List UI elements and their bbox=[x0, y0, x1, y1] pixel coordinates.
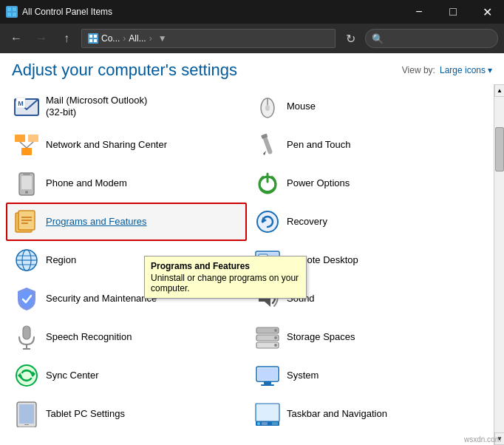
pen-icon bbox=[254, 132, 281, 158]
sync-icon bbox=[13, 362, 40, 389]
title-bar-left: All Control Panel Items bbox=[6, 6, 112, 18]
svg-point-34 bbox=[257, 211, 278, 232]
svg-marker-21 bbox=[263, 151, 266, 155]
path-dropdown-button[interactable]: ▼ bbox=[155, 28, 170, 49]
refresh-button[interactable]: ↻ bbox=[340, 28, 361, 49]
page-title: Adjust your computer's settings bbox=[12, 61, 237, 80]
taskbar-label: Taskbar and Navigation bbox=[287, 408, 387, 420]
list-item[interactable]: Speech Recognition bbox=[6, 318, 247, 356]
list-item[interactable]: Pen and Touch bbox=[247, 126, 488, 164]
pen-label: Pen and Touch bbox=[287, 139, 351, 151]
system-icon bbox=[254, 362, 281, 389]
list-item[interactable]: PC Remote Desktop bbox=[247, 241, 488, 279]
svg-rect-62 bbox=[264, 381, 271, 384]
path-segment-2: All... bbox=[129, 33, 146, 44]
mouse-label: Mouse bbox=[287, 101, 316, 112]
network-label: Network and Sharing Center bbox=[46, 139, 167, 151]
forward-button[interactable]: → bbox=[31, 28, 52, 49]
maximize-button[interactable]: □ bbox=[436, 0, 470, 24]
list-item[interactable]: Phone and Modem bbox=[6, 164, 247, 203]
svg-rect-15 bbox=[15, 135, 25, 142]
remote-icon: PC bbox=[254, 247, 281, 274]
svg-line-18 bbox=[20, 142, 27, 148]
title-bar: All Control Panel Items − □ ✕ bbox=[0, 0, 504, 24]
svg-point-54 bbox=[274, 329, 277, 332]
list-item[interactable]: Network and Sharing Center bbox=[6, 126, 247, 164]
svg-rect-71 bbox=[262, 422, 268, 425]
network-icon bbox=[13, 132, 40, 158]
remote-label: Remote Desktop bbox=[287, 254, 358, 266]
list-item[interactable]: Region bbox=[6, 241, 247, 279]
view-by-value-text: Large icons bbox=[440, 65, 486, 75]
title-text: All Control Panel Items bbox=[22, 7, 112, 17]
svg-rect-24 bbox=[21, 176, 32, 189]
recovery-label: Recovery bbox=[287, 216, 327, 228]
list-item[interactable]: Recovery bbox=[247, 203, 488, 241]
svg-rect-4 bbox=[89, 35, 92, 38]
up-button[interactable]: ↑ bbox=[56, 28, 77, 49]
items-grid: M Mail (Microsoft Outlook)(32-bit) bbox=[0, 87, 494, 433]
search-box[interactable]: 🔍 bbox=[365, 29, 498, 48]
sync-label: Sync Center bbox=[46, 370, 99, 381]
minimize-button[interactable]: − bbox=[402, 0, 436, 24]
items-scroll[interactable]: M Mail (Microsoft Outlook)(32-bit) bbox=[0, 84, 494, 445]
phone-label: Phone and Modem bbox=[46, 177, 127, 189]
svg-marker-47 bbox=[259, 291, 270, 307]
list-item[interactable]: Security and Maintenance bbox=[6, 279, 247, 318]
tablet-icon bbox=[13, 401, 40, 427]
view-by-value[interactable]: Large icons ▾ bbox=[440, 65, 492, 75]
speech-label: Speech Recognition bbox=[46, 331, 132, 343]
close-button[interactable]: ✕ bbox=[470, 0, 504, 24]
list-item[interactable]: Power Options bbox=[247, 164, 488, 203]
system-label: System bbox=[287, 370, 319, 381]
scrollbar-up-button[interactable]: ▲ bbox=[494, 84, 504, 97]
svg-rect-68 bbox=[256, 404, 279, 421]
svg-point-55 bbox=[274, 336, 277, 339]
svg-point-56 bbox=[274, 344, 277, 347]
svg-rect-67 bbox=[24, 424, 29, 425]
app-icon bbox=[6, 6, 18, 18]
back-button[interactable]: ← bbox=[6, 28, 27, 49]
svg-rect-17 bbox=[21, 148, 32, 155]
path-separator-1: › bbox=[123, 33, 126, 44]
programs-icon bbox=[13, 208, 40, 235]
list-item[interactable]: Sync Center bbox=[6, 356, 247, 395]
mail-label: Mail (Microsoft Outlook)(32-bit) bbox=[46, 95, 147, 118]
window-controls: − □ ✕ bbox=[402, 0, 504, 24]
storage-label: Storage Spaces bbox=[287, 331, 355, 343]
dropdown-arrow-icon: ▾ bbox=[488, 65, 492, 75]
sound-icon bbox=[254, 285, 281, 312]
scrollbar-track: ▲ ▼ bbox=[494, 84, 504, 445]
list-item[interactable]: Mouse bbox=[247, 87, 488, 126]
svg-rect-44 bbox=[261, 269, 274, 271]
list-item[interactable]: Taskbar and Navigation bbox=[247, 395, 488, 433]
scrollbar-thumb[interactable] bbox=[495, 127, 504, 171]
svg-point-70 bbox=[257, 422, 260, 425]
svg-rect-5 bbox=[94, 35, 97, 38]
security-label: Security and Maintenance bbox=[46, 293, 157, 305]
region-icon bbox=[13, 247, 40, 274]
svg-text:M: M bbox=[18, 100, 24, 107]
list-item[interactable]: System bbox=[247, 356, 488, 395]
list-item[interactable]: M Mail (Microsoft Outlook)(32-bit) bbox=[6, 87, 247, 126]
security-icon bbox=[13, 285, 40, 312]
svg-point-25 bbox=[25, 191, 28, 194]
phone-icon bbox=[13, 170, 40, 197]
taskbar-icon bbox=[254, 401, 281, 427]
svg-rect-2 bbox=[7, 13, 11, 16]
content-header: Adjust your computer's settings View by:… bbox=[0, 53, 504, 84]
address-path[interactable]: Co... › All... › ▼ bbox=[81, 29, 336, 48]
svg-point-14 bbox=[265, 105, 270, 111]
mail-icon: M bbox=[13, 93, 40, 120]
view-by-control: View by: Large icons ▾ bbox=[402, 65, 492, 75]
path-segment-1: Co... bbox=[101, 33, 120, 44]
list-item[interactable]: Storage Spaces bbox=[247, 318, 488, 356]
list-item[interactable]: Tablet PC Settings bbox=[6, 395, 247, 433]
list-item[interactable]: Programs and Features bbox=[6, 203, 247, 241]
sound-label: Sound bbox=[287, 293, 315, 305]
tablet-label: Tablet PC Settings bbox=[46, 408, 125, 420]
path-separator-2: › bbox=[149, 33, 152, 44]
list-item[interactable]: Sound bbox=[247, 279, 488, 318]
storage-icon bbox=[254, 324, 281, 350]
search-input[interactable] bbox=[388, 33, 491, 44]
